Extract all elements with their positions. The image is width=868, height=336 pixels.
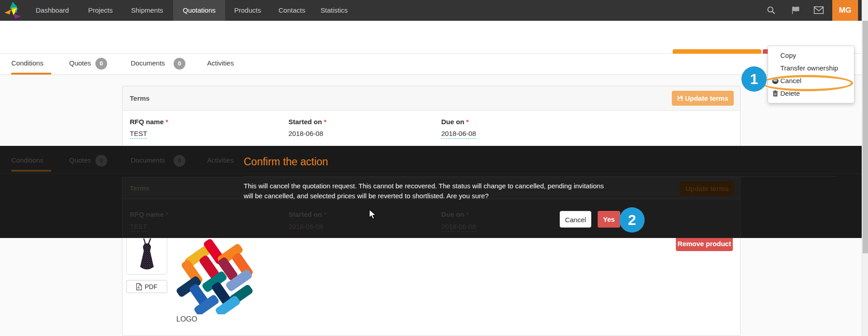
nav-item-projects[interactable]: Projects [88,0,113,21]
app-window: Dashboard Projects Shipments Quotations … [0,0,868,336]
envelope-icon[interactable] [812,0,825,21]
dialog-yes-button[interactable]: Yes [598,211,620,228]
remove-product-button[interactable]: Remove product [676,237,733,251]
field-label-due-on: Due on * [441,118,469,126]
nav-item-contacts[interactable]: Contacts [278,0,305,21]
tab-conditions[interactable]: Conditions [11,59,43,67]
app-logo-bird-icon[interactable] [4,1,24,19]
annotation-step-1: 1 [741,66,767,92]
terms-panel-title: Terms [130,94,150,102]
terms-panel-header: Terms Update terms [123,86,740,111]
field-label-rfq-name: RFQ name * [130,118,168,126]
dimmed-tab-documents: Documents [131,156,165,164]
vertical-scrollbar[interactable] [862,0,868,336]
trash-icon [772,90,778,97]
modal-overlay-band: Conditions Quotes 0 Documents 0 Activiti… [0,146,862,238]
field-value-due-on[interactable]: 2018-06-08 [441,130,476,137]
menu-item-transfer-ownership[interactable]: Transfer ownership [768,62,854,75]
dimmed-tab-quotes-badge: 0 [95,155,107,167]
product-thumbnail-card[interactable] [126,236,167,275]
svg-text:A: A [137,286,140,289]
dialog-body-text: This will cancel the quotation request. … [244,181,605,201]
pdf-button[interactable]: A PDF [126,280,167,293]
tab-documents-count-badge: 0 [174,58,185,70]
tabs-bar: Conditions Quotes 0 Documents 0 Activiti… [0,54,862,75]
top-navbar: Dashboard Projects Shipments Quotations … [0,0,862,21]
dimmed-field-value-started-on: 2018-06-08 [288,223,323,230]
nav-item-products[interactable]: Products [234,0,261,21]
minus-circle-icon [772,78,778,84]
tab-quotes-count-badge: 0 [95,58,107,70]
dimmed-tab-activities: Activities [207,156,234,164]
menu-item-delete[interactable]: Delete [768,87,854,100]
dimmed-tab-documents-badge: 0 [174,155,185,167]
dialog-separator [244,176,836,177]
dimmed-field-label-started-on: Started on * [288,210,326,218]
field-value-started-on: 2018-06-08 [288,130,323,137]
menu-item-copy[interactable]: Copy [768,49,854,62]
tab-documents[interactable]: Documents [131,59,165,67]
nav-item-dashboard[interactable]: Dashboard [36,0,69,21]
logo-caption: LOGO [176,315,197,323]
dimmed-field-value-due-on: 2018-06-08 [441,223,476,230]
user-avatar[interactable]: MG [832,0,858,21]
company-logo-image [175,238,253,314]
dimmed-field-label-due-on: Due on * [441,210,469,218]
dialog-cancel-button[interactable]: Cancel [560,211,591,228]
manage-dropdown-menu: Copy Transfer ownership Cancel Delete [768,46,854,103]
dimmed-tab-quotes: Quotes [69,156,91,164]
dialog-title: Confirm the action [244,156,328,168]
nav-item-quotations[interactable]: Quotations [173,0,225,21]
nav-item-shipments[interactable]: Shipments [131,0,163,21]
page-header: TEST 2018-06-08 Open for quotes ⊕ Submit… [0,21,862,54]
active-tab-underline [11,73,51,75]
update-terms-button[interactable]: Update terms [672,91,734,106]
tab-activities[interactable]: Activities [207,59,234,67]
dimmed-terms-title: Terms [130,184,150,192]
nav-item-statistics[interactable]: Statistics [321,0,348,21]
dimmed-field-value-rfq-name: TEST [130,223,147,230]
save-icon [677,95,683,101]
field-value-rfq-name[interactable]: TEST [130,130,147,137]
dimmed-active-tab-underline [11,170,51,172]
pdf-file-icon: A [136,283,142,290]
annotation-step-2: 2 [619,207,645,233]
scrollbar-thumb[interactable] [863,21,868,253]
dimmed-tabs-border [0,173,862,173]
flag-icon[interactable] [789,0,802,21]
tab-quotes[interactable]: Quotes [69,59,91,67]
menu-item-cancel[interactable]: Cancel [768,75,854,87]
dimmed-tab-conditions: Conditions [11,156,43,164]
dimmed-field-label-rfq-name: RFQ name * [130,210,168,218]
dress-image [133,237,161,273]
field-label-started-on: Started on * [288,118,326,126]
search-icon[interactable] [764,0,777,21]
dimmed-update-terms-button: Update terms [680,181,734,196]
